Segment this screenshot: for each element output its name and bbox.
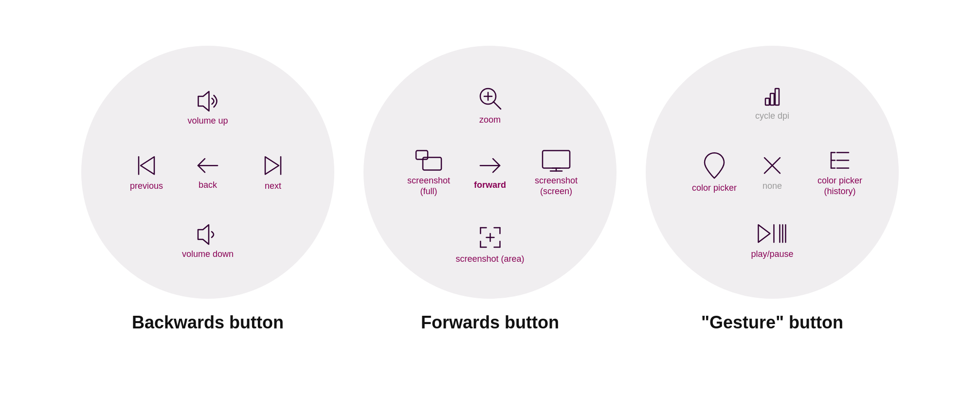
volume-down-cell: volume down	[182, 223, 234, 260]
screenshot-screen-icon	[541, 147, 572, 173]
buttons-row: volume up previous back	[29, 46, 951, 333]
next-icon	[260, 153, 286, 178]
previous-icon	[134, 153, 159, 178]
svg-rect-29	[770, 93, 774, 105]
svg-rect-11	[416, 150, 428, 159]
screenshot-full-label: screenshot(full)	[407, 176, 450, 197]
screenshot-full-icon	[413, 147, 444, 173]
svg-marker-6	[198, 225, 209, 244]
back-label: back	[199, 180, 217, 191]
color-picker-cell: color picker	[692, 151, 737, 194]
svg-marker-0	[198, 91, 209, 111]
next-label: next	[265, 181, 281, 192]
forwards-button-group: zoom screenshot(full) forwar	[363, 46, 617, 333]
play-pause-icon	[755, 221, 789, 246]
backwards-circle: volume up previous back	[81, 46, 334, 299]
screenshot-area-label: screenshot (area)	[455, 254, 524, 265]
volume-down-icon	[194, 223, 221, 246]
forwards-circle-inner: zoom screenshot(full) forwar	[363, 46, 617, 299]
previous-cell: previous	[130, 153, 163, 192]
zoom-cell: zoom	[476, 85, 504, 126]
cycle-dpi-icon	[759, 85, 786, 108]
color-picker-label: color picker	[692, 183, 737, 194]
color-picker-history-cell: color picker(history)	[817, 147, 862, 197]
forwards-circle: zoom screenshot(full) forwar	[363, 46, 617, 299]
color-picker-history-icon	[827, 147, 853, 173]
none-cell: none	[760, 153, 785, 192]
back-cell: back	[194, 154, 221, 191]
volume-up-icon	[194, 90, 221, 113]
volume-down-label: volume down	[182, 249, 234, 260]
volume-up-cell: volume up	[187, 90, 228, 127]
backwards-circle-inner: volume up previous back	[81, 46, 334, 299]
svg-marker-40	[758, 225, 770, 242]
forward-label: forward	[474, 180, 506, 191]
screenshot-area-icon	[476, 224, 504, 251]
none-icon	[760, 153, 785, 178]
svg-marker-5	[265, 157, 279, 174]
gesture-circle: cycle dpi color picker none	[646, 46, 899, 299]
forward-icon	[476, 154, 504, 177]
play-pause-label: play/pause	[751, 249, 793, 260]
screenshot-area-cell: screenshot (area)	[455, 224, 524, 265]
forwards-button-title: Forwards button	[421, 312, 559, 333]
svg-rect-30	[775, 89, 779, 105]
color-picker-icon	[702, 151, 727, 180]
zoom-icon	[476, 85, 504, 112]
svg-rect-14	[543, 150, 570, 168]
screenshot-screen-cell: screenshot(screen)	[535, 147, 578, 197]
color-picker-history-label: color picker(history)	[817, 176, 862, 197]
screenshot-full-cell: screenshot(full)	[407, 147, 450, 197]
none-label: none	[762, 181, 782, 192]
gesture-button-group: cycle dpi color picker none	[646, 46, 899, 333]
back-icon	[194, 154, 221, 177]
backwards-button-group: volume up previous back	[81, 46, 334, 333]
svg-line-8	[493, 102, 501, 109]
volume-up-label: volume up	[187, 116, 228, 127]
screenshot-screen-label: screenshot(screen)	[535, 176, 578, 197]
cycle-dpi-label: cycle dpi	[755, 111, 789, 122]
play-pause-cell: play/pause	[751, 221, 793, 260]
cycle-dpi-cell: cycle dpi	[755, 85, 789, 122]
backwards-button-title: Backwards button	[132, 312, 284, 333]
previous-label: previous	[130, 181, 163, 192]
gesture-button-title: "Gesture" button	[701, 312, 843, 333]
gesture-circle-inner: cycle dpi color picker none	[646, 46, 899, 299]
next-cell: next	[260, 153, 286, 192]
zoom-label: zoom	[479, 115, 501, 126]
forward-cell: forward	[474, 154, 506, 191]
svg-rect-28	[765, 98, 769, 105]
svg-marker-2	[141, 157, 154, 174]
